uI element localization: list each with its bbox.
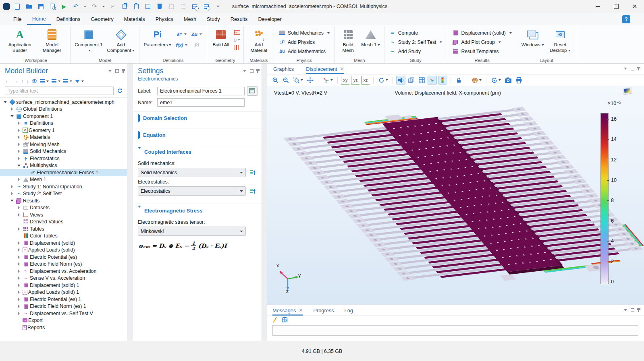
- tree-chevron-collapsed-icon[interactable]: [16, 256, 22, 259]
- add-study-button[interactable]: ~Add Study: [388, 47, 444, 55]
- pin-panel-icon[interactable]: [638, 67, 639, 70]
- add-material-button[interactable]: Add Material: [247, 27, 270, 53]
- menu-definitions[interactable]: Definitions: [51, 13, 86, 25]
- import-geometry-button[interactable]: [234, 29, 240, 35]
- label-input[interactable]: [157, 87, 245, 95]
- tree-chevron-expanded-icon[interactable]: [9, 115, 15, 117]
- tree-chevron-collapsed-icon[interactable]: [16, 270, 22, 273]
- customize-toolbar-chevron[interactable]: [214, 2, 222, 10]
- tree-chevron-collapsed-icon[interactable]: [16, 262, 22, 266]
- tree-chevron-collapsed-icon[interactable]: [16, 248, 22, 252]
- tree-chevron-collapsed-icon[interactable]: [16, 305, 22, 308]
- domain-selection-section-header[interactable]: Domain Selection: [133, 111, 262, 125]
- tree-chevron-expanded-icon[interactable]: [9, 200, 15, 202]
- panel-menu-chevron-icon[interactable]: [108, 70, 112, 72]
- reset-desktop-button[interactable]: ⟲Reset Desktop: [548, 27, 573, 53]
- zoom-in-button[interactable]: [271, 76, 280, 85]
- displacement-solid-button[interactable]: Displacement (solid): [451, 29, 513, 37]
- stress-tensor-select[interactable]: Minkowski: [138, 227, 246, 236]
- tree-item[interactable]: Solid Mechanics: [0, 148, 127, 155]
- tree-item[interactable]: Sense V vs. Acceleration: [0, 275, 127, 282]
- search-tables-button[interactable]: [202, 2, 210, 10]
- tree-item[interactable]: Multiphysics: [0, 162, 127, 169]
- new-file-button[interactable]: [13, 2, 21, 10]
- tab-messages[interactable]: Messages✕: [272, 305, 303, 316]
- copy-button[interactable]: [120, 2, 129, 10]
- go-to-source-button[interactable]: [249, 169, 257, 177]
- result-templates-button[interactable]: Result Templates: [451, 47, 513, 55]
- collapse-all-button[interactable]: [40, 79, 49, 83]
- tab-displacement[interactable]: Displacement✕: [306, 64, 344, 74]
- plot-area[interactable]: VtestL=0 V, VtestR=2 V Volume: Displacem…: [267, 86, 644, 305]
- solid-mechanics-button[interactable]: Solid Mechanics: [277, 29, 331, 37]
- add-plot-group-button[interactable]: Add Plot Group: [451, 38, 513, 46]
- menu-mesh[interactable]: Mesh: [179, 13, 202, 25]
- tree-chevron-collapsed-icon[interactable]: [9, 107, 15, 111]
- variables-button[interactable]: a=: [175, 29, 189, 39]
- tree-chevron-collapsed-icon[interactable]: [16, 312, 22, 315]
- add-mathematics-button[interactable]: ΔuAdd Mathematics: [277, 47, 331, 55]
- snapshot-button[interactable]: [503, 76, 513, 85]
- menu-file[interactable]: File: [8, 13, 27, 25]
- menu-materials[interactable]: Materials: [119, 13, 150, 25]
- add-physics-button[interactable]: Add Physics: [277, 38, 331, 46]
- functions-button[interactable]: f(x): [175, 40, 189, 50]
- tree-chevron-collapsed-icon[interactable]: [16, 206, 22, 209]
- component-1-button[interactable]: Component 1: [74, 27, 104, 53]
- close-tab-icon[interactable]: ✕: [340, 66, 344, 72]
- rotate-view-button[interactable]: [377, 76, 389, 85]
- panel-menu-chevron-icon[interactable]: [624, 309, 627, 311]
- compute-button[interactable]: =Compute: [388, 29, 444, 37]
- electrostatics-select[interactable]: Electrostatics: [138, 186, 246, 196]
- tree-chevron-collapsed-icon[interactable]: [16, 284, 22, 287]
- copy-messages-button[interactable]: [282, 317, 288, 324]
- cut-button[interactable]: ✂: [109, 2, 117, 10]
- panel-splitter[interactable]: [127, 64, 133, 341]
- undo-menu-chevron[interactable]: [83, 6, 87, 7]
- study-2-self-test-button[interactable]: ~Study 2: Self Test: [388, 38, 444, 46]
- tree-item[interactable]: Geometry 1: [0, 127, 127, 134]
- tree-chevron-collapsed-icon[interactable]: [16, 291, 22, 294]
- tree-item[interactable]: Displacement vs. Acceleration: [0, 268, 127, 275]
- tree-item[interactable]: Displacement (solid) 1: [0, 282, 127, 289]
- tree-item[interactable]: Views: [0, 211, 127, 219]
- tree-item[interactable]: Reports: [0, 324, 127, 331]
- menu-geometry[interactable]: Geometry: [86, 13, 119, 25]
- tab-progress[interactable]: Progress: [313, 305, 334, 316]
- panel-splitter[interactable]: [262, 64, 267, 341]
- tree-item[interactable]: Electrostatics: [0, 155, 127, 162]
- menu-study[interactable]: Study: [202, 13, 225, 25]
- filter-button[interactable]: [75, 80, 84, 83]
- tree-item[interactable]: Study 2: Self Test: [0, 190, 127, 198]
- solid-mechanics-select[interactable]: Solid Mechanics: [138, 168, 246, 177]
- tree-item[interactable]: Datasets: [0, 204, 127, 212]
- windows-button[interactable]: Windows: [520, 27, 545, 47]
- tree-item[interactable]: Results: [0, 197, 127, 204]
- open-file-button[interactable]: [25, 2, 33, 10]
- paste-button[interactable]: [132, 2, 140, 10]
- tree-chevron-collapsed-icon[interactable]: [16, 241, 22, 245]
- name-input[interactable]: [157, 98, 245, 107]
- zoom-box-button[interactable]: [292, 76, 304, 85]
- tree-chevron-collapsed-icon[interactable]: [16, 157, 22, 160]
- float-panel-icon[interactable]: [115, 69, 119, 73]
- model-tree-nodes-button[interactable]: [63, 79, 72, 83]
- tree-item[interactable]: Electric Potential (es) 1: [0, 296, 127, 303]
- tree-item[interactable]: Electric Field Norm (es): [0, 261, 127, 268]
- help-button[interactable]: ?: [622, 15, 630, 23]
- tree-chevron-collapsed-icon[interactable]: [16, 143, 22, 146]
- work-plane-button[interactable]: [234, 44, 240, 51]
- tree-chevron-collapsed-icon[interactable]: [16, 227, 22, 231]
- application-builder-button[interactable]: AApplication Builder: [5, 27, 35, 53]
- update-plot-button[interactable]: [490, 76, 502, 85]
- show-axis-orientation-button[interactable]: [428, 76, 437, 85]
- tree-item[interactable]: Derived Values: [0, 219, 127, 226]
- parameters-button[interactable]: PiParameters: [143, 27, 172, 47]
- build-mesh-button[interactable]: Build Mesh: [338, 27, 358, 53]
- view-yz-button[interactable]: yz: [351, 76, 360, 85]
- color-theme-button[interactable]: [470, 76, 483, 85]
- tree-chevron-collapsed-icon[interactable]: [16, 122, 22, 125]
- zoom-out-button[interactable]: [281, 76, 291, 85]
- float-panel-icon[interactable]: [631, 67, 634, 70]
- geometry-sequence-button[interactable]: [234, 37, 240, 43]
